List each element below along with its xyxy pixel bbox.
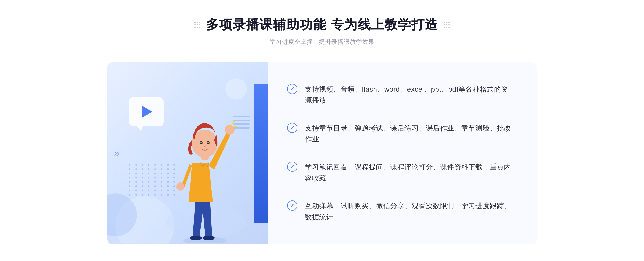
check-icon-2: ✓ bbox=[287, 123, 297, 133]
title-row: 多项录播课辅助功能 专为线上教学打造 bbox=[194, 16, 449, 33]
title-dots-right bbox=[444, 22, 450, 28]
svg-point-11 bbox=[207, 142, 209, 143]
feature-item-1: ✓ 支持视频、音频、flash、word、excel、ppt、pdf等各种格式的… bbox=[287, 76, 515, 114]
check-icon-4: ✓ bbox=[287, 200, 297, 211]
chevron-arrows: » bbox=[114, 148, 119, 159]
check-icon-1: ✓ bbox=[287, 84, 297, 94]
person-illustration bbox=[160, 109, 252, 244]
feature-text-4: 互动弹幕、试听购买、微信分享、观看次数限制、学习进度跟踪、数据统计 bbox=[305, 200, 515, 223]
svg-point-10 bbox=[200, 142, 202, 143]
feature-text-1: 支持视频、音频、flash、word、excel、ppt、pdf等各种格式的资源… bbox=[305, 84, 515, 106]
page-container: 多项录播课辅助功能 专为线上教学打造 学习进度全掌握，提升录播课教学效果 bbox=[0, 0, 644, 261]
play-bubble bbox=[129, 97, 164, 126]
small-circle-deco bbox=[225, 78, 247, 100]
svg-point-2 bbox=[190, 236, 202, 240]
check-icon-3: ✓ bbox=[287, 162, 297, 172]
svg-line-12 bbox=[232, 121, 234, 124]
blue-accent-bar bbox=[254, 84, 268, 223]
features-list: ✓ 支持视频、音频、flash、word、excel、ppt、pdf等各种格式的… bbox=[268, 62, 537, 244]
header-section: 多项录播课辅助功能 专为线上教学打造 学习进度全掌握，提升录播课教学效果 bbox=[194, 16, 449, 46]
feature-text-2: 支持章节目录、弹题考试、课后练习、课后作业、章节测验、批改作业 bbox=[305, 123, 515, 145]
title-dots-left bbox=[194, 22, 200, 28]
svg-line-13 bbox=[234, 126, 238, 127]
main-content-card: » bbox=[107, 62, 537, 244]
feature-text-3: 学习笔记回看、课程提问、课程评论打分、课件资料下载，重点内容收藏 bbox=[305, 162, 515, 184]
play-icon bbox=[142, 106, 152, 118]
feature-item-2: ✓ 支持章节目录、弹题考试、课后练习、课后作业、章节测验、批改作业 bbox=[287, 115, 515, 153]
feature-item-4: ✓ 互动弹幕、试听购买、微信分享、观看次数限制、学习进度跟踪、数据统计 bbox=[287, 192, 515, 231]
svg-point-3 bbox=[203, 236, 215, 240]
feature-item-3: ✓ 学习笔记回看、课程提问、课程评论打分、课件资料下载，重点内容收藏 bbox=[287, 154, 515, 192]
page-subtitle: 学习进度全掌握，提升录播课教学效果 bbox=[194, 38, 449, 46]
page-title: 多项录播课辅助功能 专为线上教学打造 bbox=[206, 16, 438, 33]
illustration-area: » bbox=[107, 62, 268, 244]
svg-point-5 bbox=[176, 182, 184, 191]
